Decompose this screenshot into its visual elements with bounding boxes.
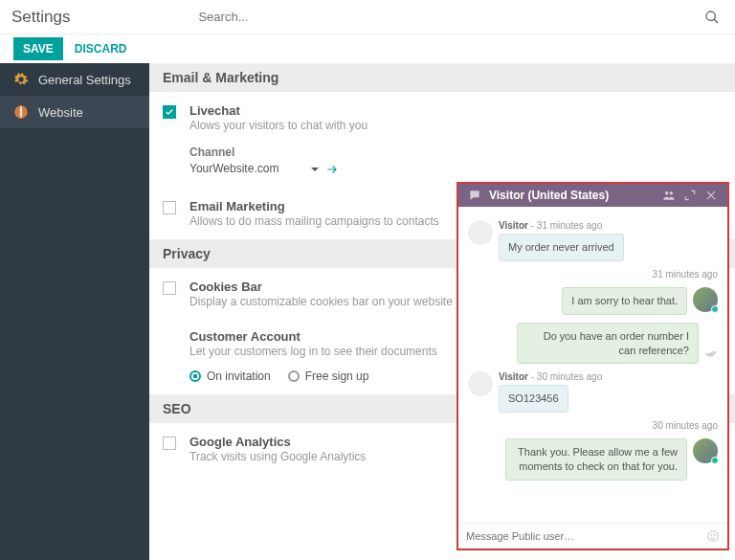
msg-time: - 30 minutes ago (531, 371, 603, 382)
search-icon[interactable] (704, 10, 720, 25)
users-icon[interactable] (662, 189, 676, 202)
channel-select[interactable]: YourWebsite.com (189, 162, 304, 176)
chat-bubble-icon (468, 189, 481, 202)
google-analytics-checkbox[interactable] (163, 437, 176, 450)
chat-message: SO123456 (499, 385, 568, 413)
svg-line-1 (714, 19, 718, 23)
chat-message: Do you have an order number I can refere… (517, 323, 699, 365)
arrow-right-icon[interactable] (325, 163, 339, 176)
sidebar-item-label: Website (38, 105, 83, 120)
sidebar: General Settings Website (0, 63, 149, 560)
avatar (693, 438, 718, 463)
sidebar-item-general-settings[interactable]: General Settings (0, 63, 149, 96)
svg-point-0 (706, 11, 715, 20)
svg-point-4 (670, 191, 674, 195)
section-email-marketing: Email & Marketing (149, 63, 735, 92)
globe-icon (13, 104, 29, 120)
radio-label: On invitation (207, 370, 271, 383)
chat-message: My order never arrived (499, 234, 624, 261)
msg-time: - 31 minutes ago (531, 220, 603, 231)
chat-message: Thank you. Please allow me a few moments… (505, 438, 687, 481)
radio-dot-icon (288, 370, 300, 382)
radio-on-invitation[interactable]: On invitation (189, 370, 271, 383)
msg-time: 30 minutes ago (468, 420, 718, 431)
svg-point-6 (711, 534, 712, 535)
page-title: Settings (11, 8, 70, 27)
radio-label: Free sign up (305, 370, 369, 383)
livechat-checkbox[interactable] (163, 105, 176, 119)
avatar (693, 287, 718, 312)
msg-time: 31 minutes ago (468, 269, 718, 280)
chat-title: Visitor (United States) (489, 189, 655, 202)
radio-dot-icon (189, 370, 201, 382)
sidebar-item-label: General Settings (38, 73, 131, 87)
sidebar-item-website[interactable]: Website (0, 96, 149, 128)
emoji-icon[interactable] (706, 529, 720, 543)
chat-widget: Visitor (United States) Visitor - 31 min… (457, 182, 729, 550)
discard-button[interactable]: DISCARD (75, 42, 127, 56)
chat-body: Visitor - 31 minutes ago My order never … (458, 207, 727, 523)
caret-down-icon[interactable] (310, 165, 320, 174)
chat-input[interactable] (466, 530, 706, 542)
chat-message: I am sorry to hear that. (562, 287, 687, 315)
presence-dot-icon (711, 457, 719, 464)
livechat-desc: Alows your visitors to chat with you (189, 119, 722, 132)
close-icon[interactable] (704, 189, 718, 202)
radio-free-signup[interactable]: Free sign up (288, 370, 369, 383)
save-button[interactable]: SAVE (13, 37, 63, 60)
svg-point-7 (714, 534, 715, 535)
msg-author: Visitor (499, 220, 528, 231)
avatar (468, 220, 493, 245)
svg-point-3 (665, 191, 669, 195)
presence-dot-icon (711, 305, 719, 313)
expand-icon[interactable] (683, 189, 697, 202)
cookies-checkbox[interactable] (163, 281, 176, 295)
search-input[interactable] (194, 6, 704, 28)
delivered-check-icon (704, 347, 718, 360)
livechat-title: Livechat (189, 103, 722, 118)
avatar (468, 371, 493, 396)
msg-author: Visitor (499, 371, 528, 382)
gear-icon (13, 72, 29, 87)
channel-label: Channel (189, 146, 722, 159)
email-marketing-checkbox[interactable] (163, 201, 176, 214)
svg-point-5 (708, 531, 719, 542)
